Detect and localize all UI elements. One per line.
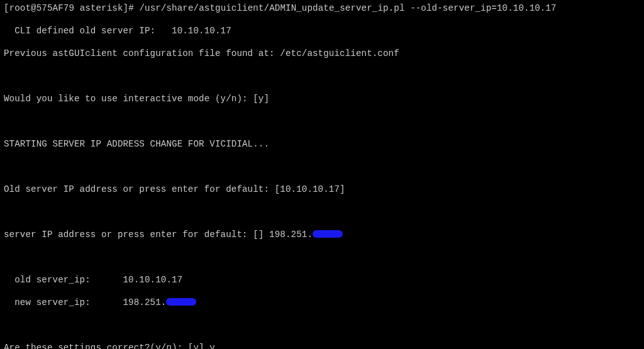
output-confirm: Are these settings correct?(y/n): [y] y (4, 342, 640, 349)
prompt-host: 575AF79 (36, 3, 74, 13)
output-cli-defined: CLI defined old server IP: 10.10.10.17 (4, 25, 640, 36)
redacted-ip-icon (313, 230, 343, 238)
redacted-ip-icon (166, 298, 196, 306)
output-new-server-ip: new server_ip: 198.251. (4, 297, 640, 308)
blank-line (4, 161, 640, 172)
blank-line (4, 116, 640, 127)
output-old-ip-prompt: Old server IP address or press enter for… (4, 184, 640, 195)
output-interactive: Would you like to use interactive mode (… (4, 93, 640, 104)
output-old-server-ip: old server_ip: 10.10.10.17 (4, 274, 640, 285)
terminal-output[interactable]: [root@575AF79 asterisk]# /usr/share/astg… (0, 0, 644, 349)
output-starting: STARTING SERVER IP ADDRESS CHANGE FOR VI… (4, 138, 640, 150)
blank-line (4, 70, 640, 82)
output-new-ip-prompt: server IP address or press enter for def… (4, 229, 640, 240)
prompt-symbol: ]# (123, 3, 134, 13)
prompt-cwd: asterisk (80, 3, 123, 13)
blank-line (4, 206, 640, 218)
prompt-user: root (9, 3, 31, 13)
blank-line (4, 319, 640, 331)
output-prev-conf: Previous astGUIclient configuration file… (4, 48, 640, 59)
command-text: /usr/share/astguiclient/ADMIN_update_ser… (139, 3, 556, 13)
blank-line (4, 252, 640, 263)
prompt-line: [root@575AF79 asterisk]# /usr/share/astg… (4, 3, 640, 14)
